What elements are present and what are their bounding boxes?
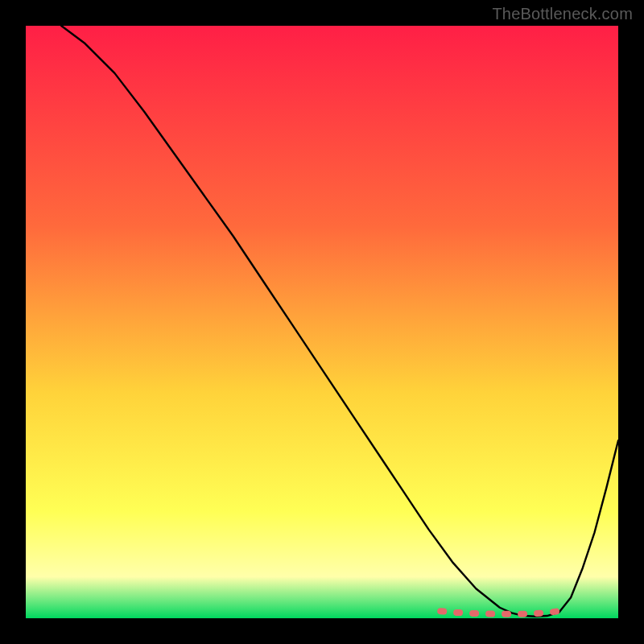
attribution-text: TheBottleneck.com	[492, 5, 633, 23]
gradient-panel	[26, 26, 618, 618]
plot-svg	[0, 0, 644, 644]
chart-container: { "attribution": "TheBottleneck.com", "c…	[0, 0, 644, 644]
